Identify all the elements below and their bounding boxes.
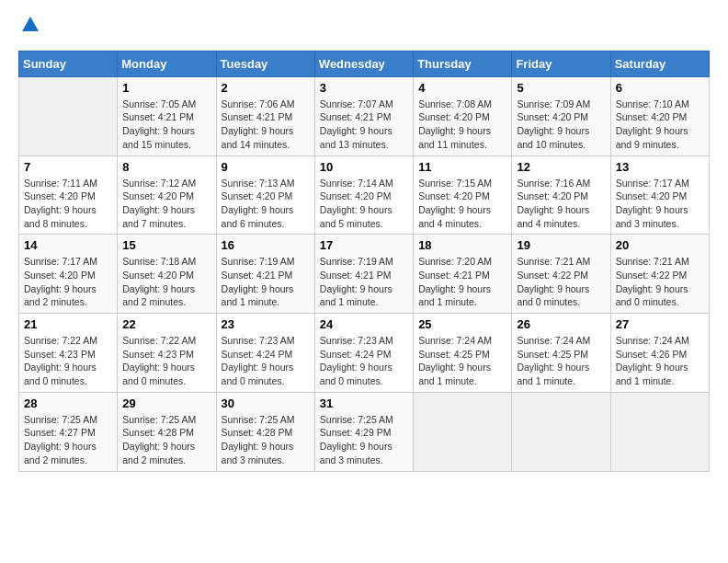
calendar-week-row: 14Sunrise: 7:17 AMSunset: 4:20 PMDayligh… xyxy=(19,235,710,314)
calendar-table: SundayMondayTuesdayWednesdayThursdayFrid… xyxy=(18,51,710,472)
calendar-day-cell: 31Sunrise: 7:25 AMSunset: 4:29 PMDayligh… xyxy=(314,392,413,471)
calendar-day-cell xyxy=(414,392,512,471)
calendar-week-row: 7Sunrise: 7:11 AMSunset: 4:20 PMDaylight… xyxy=(19,155,710,235)
day-info: Sunrise: 7:17 AMSunset: 4:20 PMDaylight:… xyxy=(616,177,704,231)
logo xyxy=(18,15,40,40)
calendar-day-cell: 17Sunrise: 7:19 AMSunset: 4:21 PMDayligh… xyxy=(314,235,413,314)
logo-icon xyxy=(20,15,40,35)
calendar-day-cell: 9Sunrise: 7:13 AMSunset: 4:20 PMDaylight… xyxy=(216,155,314,235)
day-info: Sunrise: 7:24 AMSunset: 4:26 PMDaylight:… xyxy=(616,334,704,388)
day-number: 19 xyxy=(517,238,605,252)
day-of-week-header: Friday xyxy=(512,51,610,76)
day-of-week-header: Wednesday xyxy=(314,51,413,76)
day-number: 13 xyxy=(616,160,704,174)
day-number: 4 xyxy=(418,81,506,95)
calendar-day-cell: 3Sunrise: 7:07 AMSunset: 4:21 PMDaylight… xyxy=(314,76,413,155)
calendar-day-cell: 1Sunrise: 7:05 AMSunset: 4:21 PMDaylight… xyxy=(118,76,216,155)
day-number: 23 xyxy=(222,317,310,331)
day-number: 14 xyxy=(24,238,112,252)
day-number: 1 xyxy=(122,81,210,95)
calendar-day-cell: 15Sunrise: 7:18 AMSunset: 4:20 PMDayligh… xyxy=(118,235,216,314)
day-info: Sunrise: 7:08 AMSunset: 4:20 PMDaylight:… xyxy=(418,98,506,152)
calendar-day-cell: 22Sunrise: 7:22 AMSunset: 4:23 PMDayligh… xyxy=(118,314,216,393)
day-info: Sunrise: 7:17 AMSunset: 4:20 PMDaylight:… xyxy=(24,255,112,309)
calendar-week-row: 21Sunrise: 7:22 AMSunset: 4:23 PMDayligh… xyxy=(19,314,710,393)
calendar-week-row: 1Sunrise: 7:05 AMSunset: 4:21 PMDaylight… xyxy=(19,76,710,155)
calendar-day-cell: 26Sunrise: 7:24 AMSunset: 4:25 PMDayligh… xyxy=(512,314,610,393)
day-number: 12 xyxy=(517,160,605,174)
day-info: Sunrise: 7:19 AMSunset: 4:21 PMDaylight:… xyxy=(222,255,310,309)
calendar-day-cell: 30Sunrise: 7:25 AMSunset: 4:28 PMDayligh… xyxy=(216,392,314,471)
day-number: 28 xyxy=(24,396,112,410)
calendar-day-cell: 23Sunrise: 7:23 AMSunset: 4:24 PMDayligh… xyxy=(216,314,314,393)
calendar-day-cell: 8Sunrise: 7:12 AMSunset: 4:20 PMDaylight… xyxy=(118,155,216,235)
calendar-week-row: 28Sunrise: 7:25 AMSunset: 4:27 PMDayligh… xyxy=(19,392,710,471)
day-info: Sunrise: 7:10 AMSunset: 4:20 PMDaylight:… xyxy=(616,98,704,152)
day-number: 22 xyxy=(122,317,210,331)
day-info: Sunrise: 7:13 AMSunset: 4:20 PMDaylight:… xyxy=(222,177,310,231)
day-number: 29 xyxy=(122,396,210,410)
day-number: 24 xyxy=(320,317,408,331)
day-info: Sunrise: 7:11 AMSunset: 4:20 PMDaylight:… xyxy=(24,177,112,231)
day-info: Sunrise: 7:24 AMSunset: 4:25 PMDaylight:… xyxy=(418,334,506,388)
day-number: 16 xyxy=(222,238,310,252)
day-info: Sunrise: 7:25 AMSunset: 4:27 PMDaylight:… xyxy=(24,413,112,467)
day-info: Sunrise: 7:21 AMSunset: 4:22 PMDaylight:… xyxy=(616,255,704,309)
calendar-day-cell: 28Sunrise: 7:25 AMSunset: 4:27 PMDayligh… xyxy=(19,392,118,471)
day-info: Sunrise: 7:09 AMSunset: 4:20 PMDaylight:… xyxy=(517,98,605,152)
day-number: 11 xyxy=(418,160,506,174)
day-info: Sunrise: 7:18 AMSunset: 4:20 PMDaylight:… xyxy=(122,255,210,309)
day-of-week-header: Sunday xyxy=(19,51,118,76)
day-info: Sunrise: 7:16 AMSunset: 4:20 PMDaylight:… xyxy=(517,177,605,231)
day-number: 10 xyxy=(320,160,408,174)
day-info: Sunrise: 7:07 AMSunset: 4:21 PMDaylight:… xyxy=(320,98,408,152)
calendar-day-cell: 11Sunrise: 7:15 AMSunset: 4:20 PMDayligh… xyxy=(414,155,512,235)
calendar-day-cell: 13Sunrise: 7:17 AMSunset: 4:20 PMDayligh… xyxy=(610,155,709,235)
calendar-day-cell: 21Sunrise: 7:22 AMSunset: 4:23 PMDayligh… xyxy=(19,314,118,393)
day-number: 3 xyxy=(320,81,408,95)
day-info: Sunrise: 7:22 AMSunset: 4:23 PMDaylight:… xyxy=(24,334,112,388)
day-number: 30 xyxy=(222,396,310,410)
calendar-day-cell: 25Sunrise: 7:24 AMSunset: 4:25 PMDayligh… xyxy=(414,314,512,393)
day-info: Sunrise: 7:25 AMSunset: 4:28 PMDaylight:… xyxy=(122,413,210,467)
day-number: 20 xyxy=(616,238,704,252)
day-number: 17 xyxy=(320,238,408,252)
day-info: Sunrise: 7:24 AMSunset: 4:25 PMDaylight:… xyxy=(517,334,605,388)
calendar-day-cell: 18Sunrise: 7:20 AMSunset: 4:21 PMDayligh… xyxy=(414,235,512,314)
day-number: 6 xyxy=(616,81,704,95)
day-number: 8 xyxy=(122,160,210,174)
day-number: 15 xyxy=(122,238,210,252)
day-number: 2 xyxy=(222,81,310,95)
day-number: 5 xyxy=(517,81,605,95)
day-of-week-header: Tuesday xyxy=(216,51,314,76)
day-number: 25 xyxy=(418,317,506,331)
day-info: Sunrise: 7:06 AMSunset: 4:21 PMDaylight:… xyxy=(222,98,310,152)
day-info: Sunrise: 7:15 AMSunset: 4:20 PMDaylight:… xyxy=(418,177,506,231)
day-info: Sunrise: 7:14 AMSunset: 4:20 PMDaylight:… xyxy=(320,177,408,231)
day-number: 21 xyxy=(24,317,112,331)
calendar-day-cell: 2Sunrise: 7:06 AMSunset: 4:21 PMDaylight… xyxy=(216,76,314,155)
day-of-week-header: Monday xyxy=(118,51,216,76)
calendar-day-cell: 24Sunrise: 7:23 AMSunset: 4:24 PMDayligh… xyxy=(314,314,413,393)
svg-marker-0 xyxy=(22,17,39,31)
day-number: 26 xyxy=(517,317,605,331)
day-of-week-header: Saturday xyxy=(610,51,709,76)
day-info: Sunrise: 7:20 AMSunset: 4:21 PMDaylight:… xyxy=(418,255,506,309)
calendar-day-cell: 27Sunrise: 7:24 AMSunset: 4:26 PMDayligh… xyxy=(610,314,709,393)
calendar-day-cell: 14Sunrise: 7:17 AMSunset: 4:20 PMDayligh… xyxy=(19,235,118,314)
calendar-day-cell xyxy=(512,392,610,471)
day-number: 7 xyxy=(24,160,112,174)
day-info: Sunrise: 7:22 AMSunset: 4:23 PMDaylight:… xyxy=(122,334,210,388)
day-of-week-header: Thursday xyxy=(414,51,512,76)
calendar-day-cell: 19Sunrise: 7:21 AMSunset: 4:22 PMDayligh… xyxy=(512,235,610,314)
calendar-day-cell: 29Sunrise: 7:25 AMSunset: 4:28 PMDayligh… xyxy=(118,392,216,471)
day-number: 9 xyxy=(222,160,310,174)
day-number: 18 xyxy=(418,238,506,252)
day-info: Sunrise: 7:25 AMSunset: 4:29 PMDaylight:… xyxy=(320,413,408,467)
day-number: 31 xyxy=(320,396,408,410)
calendar-day-cell xyxy=(19,76,118,155)
day-info: Sunrise: 7:12 AMSunset: 4:20 PMDaylight:… xyxy=(122,177,210,231)
calendar-day-cell: 6Sunrise: 7:10 AMSunset: 4:20 PMDaylight… xyxy=(610,76,709,155)
calendar-day-cell: 7Sunrise: 7:11 AMSunset: 4:20 PMDaylight… xyxy=(19,155,118,235)
day-info: Sunrise: 7:23 AMSunset: 4:24 PMDaylight:… xyxy=(222,334,310,388)
